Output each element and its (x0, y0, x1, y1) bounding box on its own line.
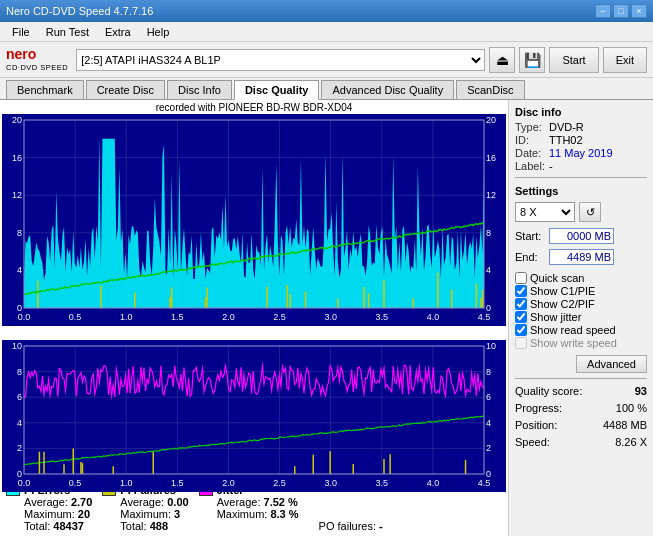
show-jitter-row: Show jitter (515, 311, 647, 323)
start-input[interactable] (549, 228, 614, 244)
tab-bar: Benchmark Create Disc Disc Info Disc Qua… (0, 78, 653, 100)
toolbar: nero CD·DVD SPEED [2:5] ATAPI iHAS324 A … (0, 42, 653, 78)
bottom-chart-container (2, 340, 506, 480)
show-c2-pif-label: Show C2/PIF (530, 298, 595, 310)
quick-scan-label: Quick scan (530, 272, 584, 284)
speed-read-row: Speed: 8.26 X (515, 436, 647, 448)
save-icon-button[interactable]: 💾 (519, 47, 545, 73)
jitter-max-row: Maximum: 8.3 % (217, 508, 299, 520)
minimize-button[interactable]: − (595, 4, 611, 18)
date-label: Date: (515, 147, 545, 159)
label-label: Label: (515, 160, 545, 172)
tab-create-disc[interactable]: Create Disc (86, 80, 165, 99)
progress-label: Progress: (515, 402, 562, 414)
show-jitter-label: Show jitter (530, 311, 581, 323)
pi-errors-max-row: Maximum: 20 (24, 508, 92, 520)
pi-failures-average-row: Average: 0.00 (120, 496, 188, 508)
tab-scan-disc[interactable]: ScanDisc (456, 80, 524, 99)
settings-section-title: Settings (515, 185, 647, 197)
tab-advanced-disc-quality[interactable]: Advanced Disc Quality (321, 80, 454, 99)
advanced-button[interactable]: Advanced (576, 355, 647, 373)
charts-area: recorded with PIONEER BD-RW BDR-XD04 PI … (0, 100, 508, 536)
start-label: Start: (515, 230, 545, 242)
divider-2 (515, 378, 647, 379)
tab-benchmark[interactable]: Benchmark (6, 80, 84, 99)
speed-read-label: Speed: (515, 436, 550, 448)
progress-value: 100 % (616, 402, 647, 414)
app-title: Nero CD-DVD Speed 4.7.7.16 (6, 5, 153, 17)
start-row: Start: (515, 228, 647, 244)
end-input[interactable] (549, 249, 614, 265)
tab-disc-info[interactable]: Disc Info (167, 80, 232, 99)
show-read-speed-checkbox[interactable] (515, 324, 527, 336)
pi-failures-total-row: Total: 488 (120, 520, 188, 532)
position-value: 4488 MB (603, 419, 647, 431)
exit-button[interactable]: Exit (603, 47, 647, 73)
top-chart-canvas (2, 114, 506, 326)
show-write-speed-checkbox[interactable] (515, 337, 527, 349)
show-write-speed-label: Show write speed (530, 337, 617, 349)
end-row: End: (515, 249, 647, 265)
label-value: - (549, 160, 647, 172)
quality-score-value: 93 (635, 385, 647, 397)
pi-errors-average-row: Average: 2.70 (24, 496, 92, 508)
sidebar: Disc info Type: DVD-R ID: TTH02 Date: 11… (508, 100, 653, 536)
nero-logo: nero CD·DVD SPEED (6, 47, 68, 71)
refresh-icon-button[interactable]: ↺ (579, 202, 601, 222)
id-value: TTH02 (549, 134, 647, 146)
quality-score-label: Quality score: (515, 385, 582, 397)
show-jitter-checkbox[interactable] (515, 311, 527, 323)
start-button[interactable]: Start (549, 47, 598, 73)
close-button[interactable]: × (631, 4, 647, 18)
menu-bar: File Run Test Extra Help (0, 22, 653, 42)
show-c1-pie-checkbox[interactable] (515, 285, 527, 297)
type-label: Type: (515, 121, 545, 133)
type-value: DVD-R (549, 121, 647, 133)
menu-help[interactable]: Help (139, 24, 178, 40)
progress-row: Progress: 100 % (515, 402, 647, 414)
position-label: Position: (515, 419, 557, 431)
quality-score-row: Quality score: 93 (515, 385, 647, 397)
disc-info-grid: Type: DVD-R ID: TTH02 Date: 11 May 2019 … (515, 121, 647, 172)
id-label: ID: (515, 134, 545, 146)
show-c1-pie-label: Show C1/PIE (530, 285, 595, 297)
po-failures-section: PO failures: - (319, 520, 383, 532)
jitter-average-row: Average: 7.52 % (217, 496, 299, 508)
chart-title: recorded with PIONEER BD-RW BDR-XD04 (2, 102, 506, 113)
date-value: 11 May 2019 (549, 147, 647, 159)
speed-read-value: 8.26 X (615, 436, 647, 448)
drive-selector[interactable]: [2:5] ATAPI iHAS324 A BL1P (76, 49, 485, 71)
tab-disc-quality[interactable]: Disc Quality (234, 80, 320, 100)
show-read-speed-label: Show read speed (530, 324, 616, 336)
quick-scan-checkbox[interactable] (515, 272, 527, 284)
menu-extra[interactable]: Extra (97, 24, 139, 40)
eject-icon-button[interactable]: ⏏ (489, 47, 515, 73)
speed-row: 8 X ↺ (515, 202, 647, 222)
disc-info-section-title: Disc info (515, 106, 647, 118)
pi-errors-total-row: Total: 48437 (24, 520, 92, 532)
checkboxes-section: Quick scan Show C1/PIE Show C2/PIF Show … (515, 271, 647, 350)
main-content: recorded with PIONEER BD-RW BDR-XD04 PI … (0, 100, 653, 536)
menu-run-test[interactable]: Run Test (38, 24, 97, 40)
speed-selector[interactable]: 8 X (515, 202, 575, 222)
show-read-speed-row: Show read speed (515, 324, 647, 336)
position-row: Position: 4488 MB (515, 419, 647, 431)
po-failures-row: PO failures: - (319, 520, 383, 532)
bottom-chart-canvas (2, 340, 506, 492)
show-write-speed-row: Show write speed (515, 337, 647, 349)
show-c2-pif-checkbox[interactable] (515, 298, 527, 310)
show-c1-pie-row: Show C1/PIE (515, 285, 647, 297)
pi-failures-max-row: Maximum: 3 (120, 508, 188, 520)
quick-scan-row: Quick scan (515, 272, 647, 284)
divider-1 (515, 177, 647, 178)
advanced-btn-wrapper: Advanced (515, 353, 647, 373)
window-controls: − □ × (595, 4, 647, 18)
title-bar: Nero CD-DVD Speed 4.7.7.16 − □ × (0, 0, 653, 22)
menu-file[interactable]: File (4, 24, 38, 40)
maximize-button[interactable]: □ (613, 4, 629, 18)
top-chart-container (2, 114, 506, 338)
show-c2-pif-row: Show C2/PIF (515, 298, 647, 310)
end-label: End: (515, 251, 545, 263)
